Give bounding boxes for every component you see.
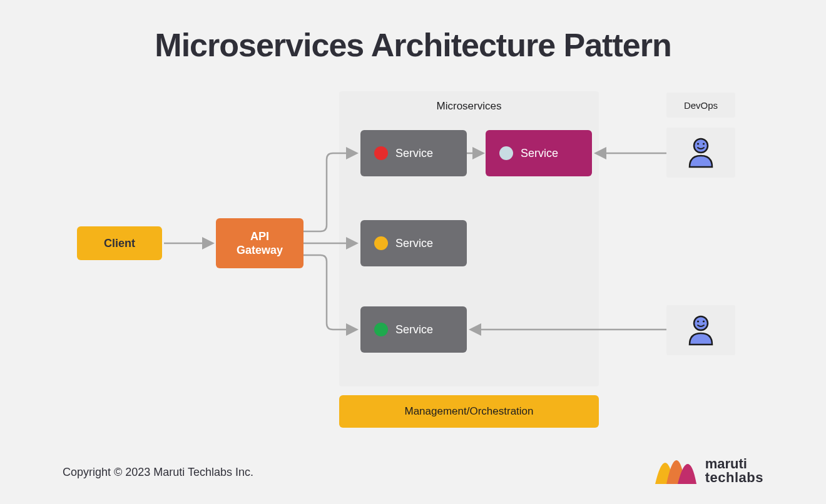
brand-line2: techlabs [705, 471, 763, 485]
svg-point-5 [703, 320, 705, 322]
devops-label: DevOps [684, 100, 718, 111]
devops-label-box: DevOps [666, 93, 735, 118]
svg-point-0 [694, 139, 708, 153]
client-box: Client [77, 226, 162, 260]
user-icon [686, 137, 715, 168]
brand-line1: maruti [705, 457, 763, 471]
service-box-3: Service [360, 306, 467, 353]
api-gateway-box: API Gateway [216, 218, 303, 268]
svg-point-1 [697, 143, 699, 144]
devops-user-1 [666, 128, 735, 178]
service-2-label: Service [395, 237, 433, 250]
svg-point-3 [694, 316, 708, 330]
user-icon [686, 315, 715, 346]
service-dot-lightblue-icon [499, 146, 513, 160]
page-title: Microservices Architecture Pattern [155, 26, 671, 64]
svg-point-4 [697, 320, 699, 322]
copyright-text: Copyright © 2023 Maruti Techlabs Inc. [63, 466, 253, 479]
devops-user-2 [666, 305, 735, 355]
service-1-label: Service [395, 147, 433, 160]
service-box-2: Service [360, 220, 467, 266]
management-orchestration-box: Management/Orchestration [339, 395, 599, 428]
service-dot-green-icon [374, 323, 388, 336]
service-3-label: Service [395, 323, 433, 336]
svg-point-2 [703, 143, 705, 144]
service-dot-red-icon [374, 146, 388, 160]
service-box-1: Service [360, 130, 467, 176]
brand-logo: maruti techlabs [654, 456, 763, 485]
microservices-heading: Microservices [339, 100, 599, 113]
brand-mark-icon [654, 456, 698, 485]
service-box-4: Service [486, 130, 592, 176]
brand-text: maruti techlabs [705, 457, 763, 485]
service-4-label: Service [521, 147, 558, 160]
service-dot-yellow-icon [374, 236, 388, 250]
api-gateway-label: API Gateway [237, 229, 283, 258]
client-label: Client [104, 237, 135, 250]
management-label: Management/Orchestration [405, 405, 534, 418]
